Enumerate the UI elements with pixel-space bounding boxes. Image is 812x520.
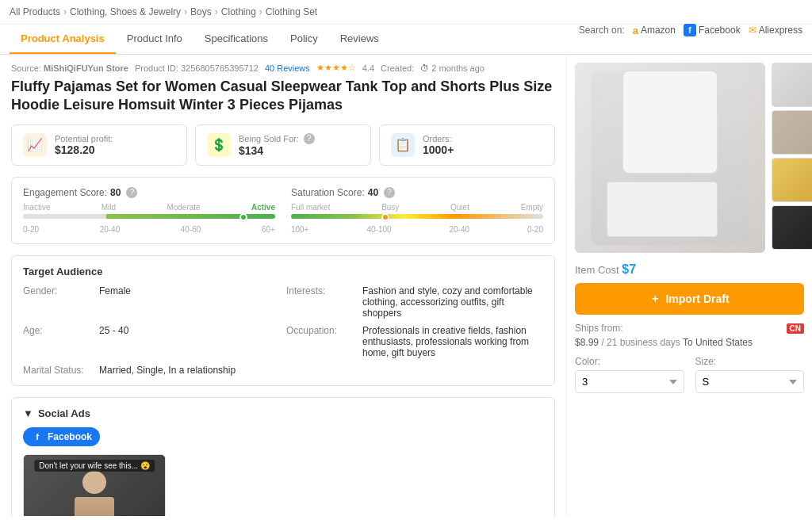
plus-icon: ＋ bbox=[649, 292, 661, 306]
target-audience-section: Target Audience Gender: Female Interests… bbox=[11, 255, 555, 386]
facebook-icon: f bbox=[684, 24, 696, 36]
search-on-label: Search on: bbox=[579, 25, 625, 36]
product-meta: Source: MiShiQiFUYun Store Product ID: 3… bbox=[11, 63, 555, 73]
breadcrumb: All Products › Clothing, Shoes & Jewelry… bbox=[0, 0, 812, 25]
product-title: Fluffy Pajamas Set for Women Casual Slee… bbox=[11, 78, 555, 115]
engagement-bar bbox=[23, 214, 275, 219]
chevron-down-icon: ▼ bbox=[23, 407, 33, 419]
tab-reviews[interactable]: Reviews bbox=[329, 25, 390, 54]
reviews-count[interactable]: 40 Reviews bbox=[265, 63, 310, 73]
ships-from-label: Ships from: bbox=[575, 323, 623, 334]
engagement-info-icon[interactable]: ? bbox=[126, 187, 137, 198]
profit-icon: 📈 bbox=[23, 133, 47, 157]
sat-val-2: 20-40 bbox=[449, 225, 469, 234]
engagement-block: Engagement Score: 80 ? Inactive Mild Mod… bbox=[23, 187, 275, 234]
audience-age: Age: 25 - 40 bbox=[23, 325, 280, 358]
eng-val-2: 40-60 bbox=[181, 225, 201, 234]
import-draft-button[interactable]: ＋ Import Draft bbox=[575, 283, 804, 315]
sold-for-icon: 💲 bbox=[207, 133, 231, 157]
saturation-value: 40 bbox=[368, 187, 378, 198]
thumbnail-3[interactable] bbox=[772, 158, 812, 202]
color-group: Color: 1234 bbox=[575, 356, 684, 393]
tab-product-info[interactable]: Product Info bbox=[116, 25, 193, 54]
thumbnail-list bbox=[772, 63, 812, 253]
color-label: Color: bbox=[575, 356, 684, 367]
target-audience-title: Target Audience bbox=[23, 266, 543, 277]
engagement-indicator bbox=[239, 213, 247, 221]
aliexpress-icon: ✉ bbox=[749, 25, 756, 36]
breadcrumb-boys[interactable]: Boys bbox=[190, 6, 212, 17]
eng-val-3: 60+ bbox=[262, 225, 275, 234]
source-label: Source: MiShiQiFUYun Store bbox=[11, 63, 128, 73]
sold-for-info-icon[interactable]: ? bbox=[304, 133, 315, 144]
size-label: Size: bbox=[695, 356, 805, 367]
breadcrumb-all-products[interactable]: All Products bbox=[10, 6, 60, 17]
breadcrumb-clothing-shoes[interactable]: Clothing, Shoes & Jewelry bbox=[70, 6, 181, 17]
thumbnail-1[interactable] bbox=[772, 63, 812, 107]
country-badge: CN bbox=[787, 323, 804, 334]
thumbnail-4[interactable] bbox=[772, 205, 812, 250]
orders-icon: 📋 bbox=[391, 133, 415, 157]
audience-marital: Marital Status: Married, Single, In a re… bbox=[23, 365, 280, 376]
eng-scale-moderate: Moderate bbox=[167, 203, 200, 212]
color-select[interactable]: 1234 bbox=[575, 370, 684, 393]
import-draft-label: Import Draft bbox=[665, 292, 729, 305]
size-group: Size: SMLXLXXL bbox=[695, 356, 805, 393]
eng-scale-inactive: Inactive bbox=[23, 203, 50, 212]
amazon-label: Amazon bbox=[641, 25, 676, 36]
facebook-label: Facebook bbox=[699, 25, 741, 36]
social-ads-title: Social Ads bbox=[38, 407, 90, 419]
main-product-image[interactable] bbox=[575, 63, 765, 253]
rating-stars: ★★★★☆ bbox=[316, 63, 356, 73]
social-ads-header[interactable]: ▼ Social Ads bbox=[23, 407, 543, 419]
scores-section: Engagement Score: 80 ? Inactive Mild Mod… bbox=[11, 177, 555, 244]
engagement-label: Engagement Score: bbox=[23, 187, 107, 198]
search-on-amazon[interactable]: a Amazon bbox=[633, 25, 676, 36]
social-ads-section: ▼ Social Ads f Facebook Don't let your w… bbox=[11, 397, 555, 516]
right-panel: Item Cost $7 ＋ Import Draft Ships from: … bbox=[566, 55, 812, 516]
saturation-bar bbox=[291, 214, 543, 219]
sat-scale-0: Full market bbox=[291, 203, 330, 212]
search-on-aliexpress[interactable]: ✉ Aliexpress bbox=[749, 25, 802, 36]
tab-specifications[interactable]: Specifications bbox=[193, 25, 279, 54]
fb-badge-icon: f bbox=[31, 430, 44, 443]
shipping-cost: $8.99 bbox=[575, 337, 599, 348]
sold-for-value: $134 bbox=[239, 144, 315, 157]
sat-scale-2: Quiet bbox=[450, 203, 469, 212]
sat-scale-1: Busy bbox=[381, 203, 399, 212]
profit-value: $128.20 bbox=[55, 143, 113, 156]
shipping-to: To United States bbox=[683, 337, 753, 348]
audience-occupation: Occupation: Professionals in creative fi… bbox=[286, 325, 543, 358]
search-on-facebook[interactable]: f Facebook bbox=[684, 24, 741, 36]
shipping-detail: $8.99 / 21 business days To United State… bbox=[575, 337, 804, 348]
tab-policy[interactable]: Policy bbox=[279, 25, 329, 54]
product-id: Product ID: 3256805765395712 bbox=[135, 63, 259, 73]
search-on-bar: Search on: a Amazon f Facebook ✉ Aliexpr… bbox=[579, 24, 802, 36]
sat-val-0: 100+ bbox=[291, 225, 309, 234]
eng-scale-active: Active bbox=[251, 203, 275, 212]
video-card: Don't let your wife see this... 😮 ▶ 🔊 ⛶ … bbox=[23, 454, 166, 516]
created-label: Created: bbox=[381, 63, 414, 73]
stat-sold-for: 💲 Being Sold For: ? $134 bbox=[195, 124, 371, 166]
saturation-block: Saturation Score: 40 ? Full market Busy … bbox=[291, 187, 543, 234]
size-select[interactable]: SMLXLXXL bbox=[695, 370, 805, 393]
ships-from: Ships from: CN bbox=[575, 323, 804, 334]
orders-label: Orders: bbox=[423, 134, 454, 143]
product-images bbox=[575, 63, 804, 253]
tab-product-analysis[interactable]: Product Analysis bbox=[10, 25, 116, 54]
saturation-indicator bbox=[381, 213, 389, 221]
audience-interests: Interests: Fashion and style, cozy and c… bbox=[286, 285, 543, 319]
breadcrumb-clothing[interactable]: Clothing bbox=[221, 6, 256, 17]
saturation-info-icon[interactable]: ? bbox=[384, 187, 395, 198]
amazon-icon: a bbox=[633, 25, 638, 36]
facebook-badge[interactable]: f Facebook bbox=[23, 427, 100, 446]
engagement-value: 80 bbox=[110, 187, 121, 198]
thumbnail-2[interactable] bbox=[772, 110, 812, 155]
item-cost-label: Item Cost bbox=[575, 264, 619, 276]
stat-profit: 📈 Potential profit: $128.20 bbox=[11, 124, 187, 166]
rating-value: 4.4 bbox=[362, 63, 374, 73]
sat-scale-3: Empty bbox=[521, 203, 543, 212]
profit-label: Potential profit: bbox=[55, 134, 113, 143]
sat-val-1: 40-100 bbox=[366, 225, 391, 234]
shipping-days: / 21 business days bbox=[601, 337, 680, 348]
